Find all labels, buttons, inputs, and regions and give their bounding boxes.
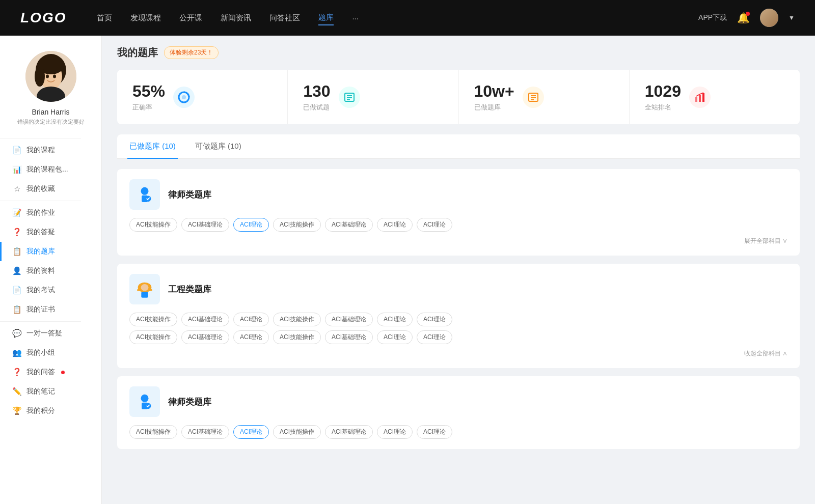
nav-item-news[interactable]: 新闻资讯 [221, 11, 251, 25]
sidebar-item-questions[interactable]: ❓ 我的答疑 [0, 222, 101, 242]
sidebar-label-profile: 我的资料 [26, 266, 55, 275]
user-avatar[interactable] [760, 9, 778, 27]
sidebar-item-tutor[interactable]: 💬 一对一答疑 [0, 324, 101, 343]
tab-done-banks[interactable]: 已做题库 (10) [127, 134, 178, 158]
qbank-tag[interactable]: ACI理论 [417, 425, 452, 439]
sidebar: Brian Harris 错误的决定比没有决定要好 📄 我的课程 📊 我的课程包… [0, 36, 102, 504]
stats-row: 55% 正确率 130 已做试题 [117, 70, 800, 124]
qbank-tag[interactable]: ACI理论 [417, 313, 452, 326]
svg-rect-18 [695, 97, 697, 102]
sidebar-label-points: 我的积分 [26, 406, 55, 415]
exam-icon: 📄 [12, 286, 21, 295]
sidebar-label-qbank: 我的题库 [26, 247, 55, 256]
qbank-tag[interactable]: ACI基础理论 [325, 218, 373, 232]
sidebar-item-group[interactable]: 👥 我的小组 [0, 343, 101, 362]
qbank-tag[interactable]: ACI理论 [417, 218, 452, 232]
qbank-tags-lawyer2: ACI技能操作 ACI基础理论 ACI理论 ACI技能操作 ACI基础理论 AC… [129, 425, 787, 439]
qbank-tag-active[interactable]: ACI理论 [233, 425, 269, 439]
nav-item-open[interactable]: 公开课 [179, 11, 202, 25]
qbank-tag[interactable]: ACI理论 [377, 218, 413, 232]
tutor-icon: 💬 [12, 329, 21, 338]
page-title: 我的题库 [117, 46, 158, 60]
qbank-tag[interactable]: ACI基础理论 [181, 330, 229, 344]
qbank-tag[interactable]: ACI技能操作 [129, 330, 177, 344]
layout: Brian Harris 错误的决定比没有决定要好 📄 我的课程 📊 我的课程包… [0, 36, 815, 504]
qbank-card-lawyer1-header: 律师类题库 [129, 179, 787, 210]
app-download-button[interactable]: APP下载 [698, 13, 727, 22]
qbank-tag[interactable]: ACI基础理论 [181, 425, 229, 439]
divider-1 [0, 138, 81, 138]
stat-rank-text: 1029 全站排名 [645, 82, 681, 112]
expand-link-lawyer1[interactable]: 展开全部科目 ∨ [744, 237, 787, 245]
nav-item-more[interactable]: ··· [352, 12, 359, 24]
qbank-icon-engineer1 [129, 274, 160, 304]
sidebar-item-homework[interactable]: 📝 我的作业 [0, 203, 101, 222]
stat-done-label: 已做试题 [303, 103, 330, 112]
qbank-tag[interactable]: ACI理论 [233, 313, 269, 326]
nav-item-home[interactable]: 首页 [97, 11, 112, 25]
profile-icon: 👤 [12, 266, 21, 275]
qbank-tag[interactable]: ACI技能操作 [273, 425, 321, 439]
sidebar-item-exam[interactable]: 📄 我的考试 [0, 281, 101, 300]
qbank-tag[interactable]: ACI基础理论 [181, 313, 229, 326]
user-dropdown-arrow[interactable]: ▼ [789, 14, 795, 21]
stat-accuracy-label: 正确率 [132, 103, 165, 112]
qbank-tag[interactable]: ACI理论 [417, 330, 452, 344]
sidebar-item-certificate[interactable]: 📋 我的证书 [0, 300, 101, 319]
sidebar-label-course-pkg: 我的课程包... [26, 165, 68, 174]
qbank-tags-engineer1-row1: ACI技能操作 ACI基础理论 ACI理论 ACI技能操作 ACI基础理论 AC… [129, 313, 787, 326]
collapse-link-engineer1[interactable]: 收起全部科目 ∧ [744, 349, 787, 358]
certificate-icon: 📋 [12, 305, 21, 314]
sidebar-item-points[interactable]: 🏆 我的积分 [0, 401, 101, 421]
rank-icon [689, 87, 711, 108]
notification-bell[interactable]: 🔔 [737, 12, 750, 24]
sidebar-username: Brian Harris [32, 108, 70, 116]
qbank-tag-active[interactable]: ACI理论 [233, 218, 269, 232]
qbank-card-engineer1-header: 工程类题库 [129, 274, 787, 304]
sidebar-item-profile[interactable]: 👤 我的资料 [0, 261, 101, 281]
qbank-tag[interactable]: ACI基础理论 [181, 218, 229, 232]
nav-item-qbank[interactable]: 题库 [318, 11, 334, 25]
done-banks-icon [523, 87, 544, 108]
nav-item-discover[interactable]: 发现课程 [130, 11, 161, 25]
sidebar-menu: 📄 我的课程 📊 我的课程包... ☆ 我的收藏 📝 我的作业 ❓ 我的答疑 � [0, 136, 101, 421]
qbank-tag[interactable]: ACI基础理论 [325, 425, 373, 439]
divider-2 [0, 201, 81, 201]
sidebar-item-courses[interactable]: 📄 我的课程 [0, 141, 101, 160]
qbank-tag[interactable]: ACI技能操作 [129, 218, 177, 232]
nav-menu: 首页 发现课程 公开课 新闻资讯 问答社区 题库 ··· [97, 11, 698, 25]
svg-point-6 [46, 75, 49, 78]
tab-available-banks[interactable]: 可做题库 (10) [193, 134, 243, 158]
svg-point-21 [141, 187, 149, 195]
qbank-tag[interactable]: ACI基础理论 [325, 330, 373, 344]
done-questions-icon [339, 87, 360, 108]
qbank-tag[interactable]: ACI技能操作 [129, 425, 177, 439]
qbank-tag[interactable]: ACI理论 [377, 313, 413, 326]
stat-rank-value: 1029 [645, 82, 681, 101]
sidebar-item-notes[interactable]: ✏️ 我的笔记 [0, 382, 101, 401]
qbank-tag[interactable]: ACI理论 [233, 330, 269, 344]
sidebar-item-qbank[interactable]: 📋 我的题库 [0, 242, 101, 261]
qbank-title-lawyer1: 律师类题库 [168, 189, 211, 201]
qbank-tag[interactable]: ACI技能操作 [273, 330, 321, 344]
sidebar-label-certificate: 我的证书 [26, 305, 55, 314]
nav-item-qa[interactable]: 问答社区 [269, 11, 300, 25]
qbank-tag[interactable]: ACI理论 [377, 330, 413, 344]
qbank-card-lawyer2-header: 律师类题库 [129, 386, 787, 417]
sidebar-item-answers[interactable]: ❓ 我的问答 [0, 362, 101, 382]
qbank-tag[interactable]: ACI技能操作 [273, 313, 321, 326]
qbank-tag[interactable]: ACI基础理论 [325, 313, 373, 326]
stat-done-text: 130 已做试题 [303, 82, 330, 112]
logo: LOGO [20, 10, 66, 26]
stat-accuracy-value: 55% [132, 82, 165, 101]
qbank-tags-lawyer1: ACI技能操作 ACI基础理论 ACI理论 ACI技能操作 ACI基础理论 AC… [129, 218, 787, 232]
qbank-footer-lawyer1: 展开全部科目 ∨ [129, 237, 787, 245]
svg-point-29 [141, 395, 149, 402]
qbank-footer-engineer1: 收起全部科目 ∧ [129, 349, 787, 358]
qbank-tag[interactable]: ACI技能操作 [273, 218, 321, 232]
qbank-tag[interactable]: ACI技能操作 [129, 313, 177, 326]
qbank-icon: 📋 [12, 247, 21, 256]
qbank-tag[interactable]: ACI理论 [377, 425, 413, 439]
sidebar-item-favorites[interactable]: ☆ 我的收藏 [0, 179, 101, 199]
sidebar-item-course-pkg[interactable]: 📊 我的课程包... [0, 160, 101, 179]
